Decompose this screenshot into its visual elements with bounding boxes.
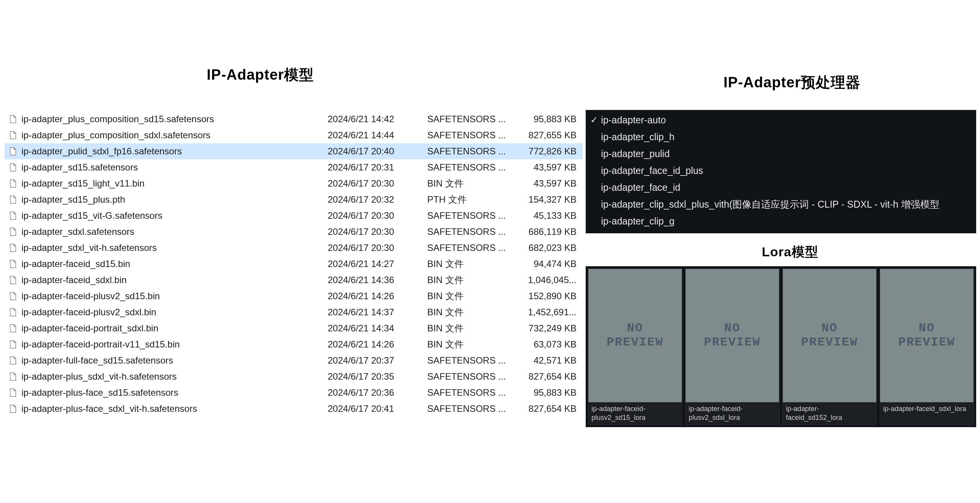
file-icon-cell xyxy=(8,228,18,236)
file-row[interactable]: ip-adapter-faceid-portrait-v11_sd15.bin2… xyxy=(5,336,583,352)
file-date: 2024/6/17 20:30 xyxy=(328,178,427,189)
file-size: 732,249 KB xyxy=(511,323,577,334)
file-icon xyxy=(10,195,16,204)
file-type: SAFETENSORS ... xyxy=(427,355,511,366)
file-size: 772,826 KB xyxy=(511,146,577,157)
file-icon xyxy=(10,244,16,252)
file-name: ip-adapter-plus_sdxl_vit-h.safetensors xyxy=(21,371,328,382)
file-name: ip-adapter-faceid_sd15.bin xyxy=(21,259,328,269)
file-type: BIN 文件 xyxy=(427,290,511,302)
file-name: ip-adapter-faceid-portrait-v11_sd15.bin xyxy=(21,339,328,350)
lora-card[interactable]: NOPREVIEWip-adapter-faceid-plusv2_sdxl_l… xyxy=(685,269,779,425)
file-row[interactable]: ip-adapter-plus-face_sdxl_vit-h.safetens… xyxy=(5,401,583,417)
file-row[interactable]: ip-adapter-faceid-plusv2_sd15.bin2024/6/… xyxy=(5,288,583,304)
file-row[interactable]: ip-adapter_plus_composition_sdxl.safeten… xyxy=(5,127,583,143)
file-name: ip-adapter_sd15.safetensors xyxy=(21,162,328,173)
file-type: BIN 文件 xyxy=(427,177,511,190)
file-type: SAFETENSORS ... xyxy=(427,130,511,141)
file-name: ip-adapter-faceid-plusv2_sd15.bin xyxy=(21,291,328,301)
file-type: BIN 文件 xyxy=(427,274,511,286)
file-row[interactable]: ip-adapter_sd15_plus.pth2024/6/17 20:32P… xyxy=(5,192,583,208)
file-icon xyxy=(10,388,16,397)
file-row[interactable]: ip-adapter_sd15_vit-G.safetensors2024/6/… xyxy=(5,208,583,224)
preprocessor-option[interactable]: ip-adapter_clip_g xyxy=(586,213,976,229)
file-size: 1,046,045... xyxy=(511,275,577,285)
heading-lora: Lora模型 xyxy=(762,243,818,261)
file-date: 2024/6/17 20:30 xyxy=(328,210,427,221)
file-icon-cell xyxy=(8,388,18,397)
file-row[interactable]: ip-adapter-full-face_sd15.safetensors202… xyxy=(5,352,583,369)
file-date: 2024/6/17 20:41 xyxy=(328,403,427,414)
file-icon xyxy=(10,405,16,413)
preprocessor-option[interactable]: ip-adapter_face_id xyxy=(586,179,976,196)
file-date: 2024/6/21 14:36 xyxy=(328,275,427,285)
file-name: ip-adapter_sd15_vit-G.safetensors xyxy=(21,210,328,221)
file-icon xyxy=(10,260,16,268)
file-icon xyxy=(10,276,16,284)
file-row[interactable]: ip-adapter_pulid_sdxl_fp16.safetensors20… xyxy=(5,143,583,159)
file-date: 2024/6/21 14:26 xyxy=(328,339,427,350)
check-icon: ✓ xyxy=(590,115,601,125)
file-icon-cell xyxy=(8,308,18,316)
lora-card[interactable]: NOPREVIEWip-adapter-faceid_sdxl_lora xyxy=(880,269,974,425)
file-icon xyxy=(10,131,16,139)
file-icon xyxy=(10,147,16,156)
file-name: ip-adapter-full-face_sd15.safetensors xyxy=(21,355,328,366)
file-icon xyxy=(10,292,16,300)
file-icon-cell xyxy=(8,131,18,139)
file-icon-cell xyxy=(8,260,18,268)
file-type: BIN 文件 xyxy=(427,338,511,351)
file-size: 1,452,691... xyxy=(511,307,577,318)
file-icon xyxy=(10,340,16,349)
file-icon xyxy=(10,115,16,123)
preprocessor-option[interactable]: ip-adapter_face_id_plus xyxy=(586,162,976,179)
preprocessor-label: ip-adapter_face_id_plus xyxy=(601,165,703,176)
file-icon-cell xyxy=(8,147,18,156)
lora-card[interactable]: NOPREVIEWip-adapter-faceid-plusv2_sd15_l… xyxy=(588,269,682,425)
lora-card[interactable]: NOPREVIEWip-adapter-faceid_sd152_lora xyxy=(782,269,877,425)
file-date: 2024/6/17 20:37 xyxy=(328,355,427,366)
file-icon xyxy=(10,163,16,172)
file-type: SAFETENSORS ... xyxy=(427,242,511,253)
file-name: ip-adapter_sdxl.safetensors xyxy=(21,226,328,237)
heading-preprocessors: IP-Adapter预处理器 xyxy=(724,73,861,92)
file-name: ip-adapter-plus-face_sd15.safetensors xyxy=(21,387,328,398)
file-row[interactable]: ip-adapter-faceid_sdxl.bin2024/6/21 14:3… xyxy=(5,272,583,288)
preprocessor-option[interactable]: ✓ip-adapter-auto xyxy=(586,111,976,128)
file-date: 2024/6/17 20:40 xyxy=(328,146,427,157)
file-row[interactable]: ip-adapter-faceid-portrait_sdxl.bin2024/… xyxy=(5,320,583,336)
file-icon-cell xyxy=(8,356,18,365)
preprocessor-option[interactable]: ip-adapter_clip_h xyxy=(586,128,976,145)
file-type: BIN 文件 xyxy=(427,306,511,318)
heading-models: IP-Adapter模型 xyxy=(207,65,314,85)
file-row[interactable]: ip-adapter-plus_sdxl_vit-h.safetensors20… xyxy=(5,369,583,385)
no-preview-text: NOPREVIEW xyxy=(898,321,955,350)
preprocessor-option[interactable]: ip-adapter_clip_sdxl_plus_vith(图像自适应提示词 … xyxy=(586,196,976,213)
file-date: 2024/6/21 14:27 xyxy=(328,259,427,269)
file-row[interactable]: ip-adapter_sdxl.safetensors2024/6/17 20:… xyxy=(5,224,583,240)
lora-card-label: ip-adapter-faceid-plusv2_sdxl_lora xyxy=(686,402,779,424)
file-name: ip-adapter_plus_composition_sdxl.safeten… xyxy=(21,130,328,141)
file-icon-cell xyxy=(8,163,18,172)
file-row[interactable]: ip-adapter-faceid_sd15.bin2024/6/21 14:2… xyxy=(5,256,583,272)
file-row[interactable]: ip-adapter_sd15_light_v11.bin2024/6/17 2… xyxy=(5,175,583,192)
file-type: BIN 文件 xyxy=(427,258,511,270)
file-icon-cell xyxy=(8,405,18,413)
file-row[interactable]: ip-adapter-faceid-plusv2_sdxl.bin2024/6/… xyxy=(5,304,583,320)
file-type: SAFETENSORS ... xyxy=(427,226,511,237)
file-row[interactable]: ip-adapter_plus_composition_sd15.safeten… xyxy=(5,111,583,127)
file-list-panel: ip-adapter_plus_composition_sd15.safeten… xyxy=(5,111,583,417)
no-preview-text: NOPREVIEW xyxy=(801,321,858,350)
file-row[interactable]: ip-adapter_sd15.safetensors2024/6/17 20:… xyxy=(5,159,583,175)
file-row[interactable]: ip-adapter_sdxl_vit-h.safetensors2024/6/… xyxy=(5,240,583,256)
preprocessor-label: ip-adapter_face_id xyxy=(601,182,680,193)
file-icon-cell xyxy=(8,115,18,123)
file-icon xyxy=(10,308,16,316)
file-icon-cell xyxy=(8,179,18,188)
file-name: ip-adapter_sd15_light_v11.bin xyxy=(21,178,328,189)
file-size: 827,654 KB xyxy=(511,371,577,382)
preprocessor-option[interactable]: ip-adapter_pulid xyxy=(586,145,976,162)
file-name: ip-adapter-faceid_sdxl.bin xyxy=(21,275,328,285)
file-size: 43,597 KB xyxy=(511,178,577,189)
file-row[interactable]: ip-adapter-plus-face_sd15.safetensors202… xyxy=(5,385,583,401)
